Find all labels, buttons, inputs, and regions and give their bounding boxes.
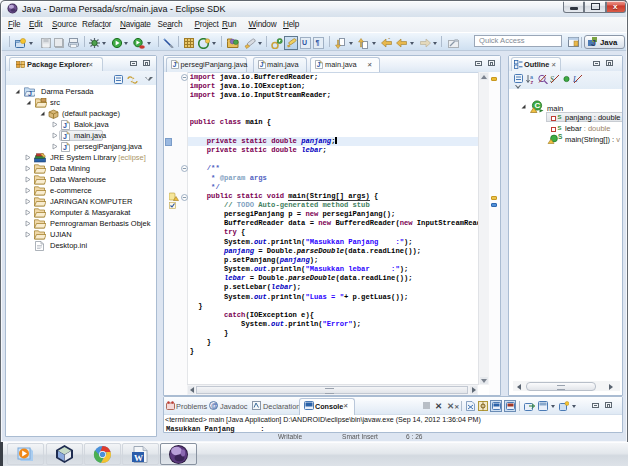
svg-text:W: W (134, 453, 143, 463)
